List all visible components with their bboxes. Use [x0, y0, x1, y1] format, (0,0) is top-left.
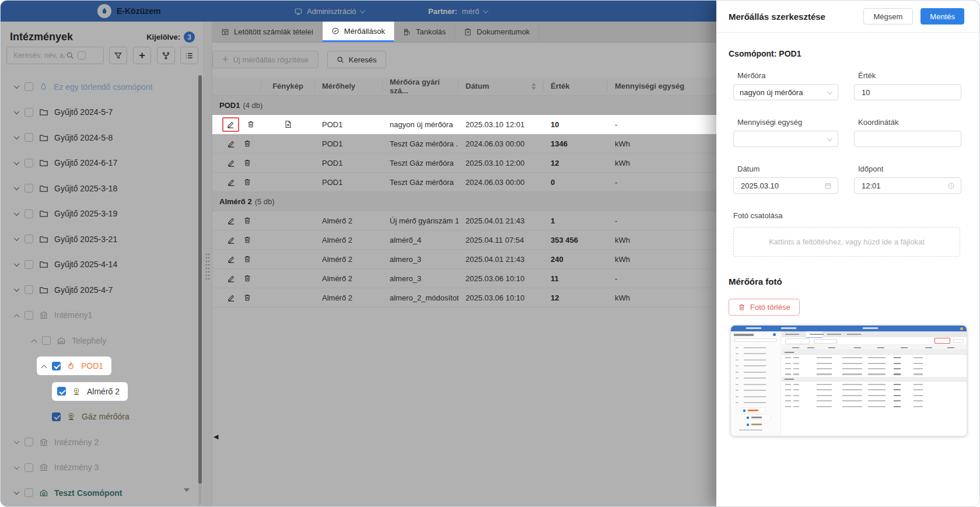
save-button[interactable]: Mentés: [921, 8, 964, 25]
nav-adminisztracio[interactable]: Adminisztráció: [294, 1, 365, 22]
tab-letoltott-szamlak[interactable]: Letöltött számlák tételei: [212, 22, 323, 42]
tree-item-gyujto-2024-5-7[interactable]: Gyűjtő 2024-5-7: [1, 100, 198, 125]
date-picker[interactable]: [733, 177, 838, 194]
folder-icon: [39, 133, 48, 142]
panel-resize-gutter[interactable]: [203, 22, 212, 507]
edit-pencil-icon[interactable]: [227, 139, 236, 148]
edit-pencil-icon[interactable]: [227, 255, 236, 264]
tree-item-gyujto-2024-5-8[interactable]: Gyűjtő 2024-5-8: [1, 125, 198, 151]
table-row[interactable]: POD1 Teszt Gáz mérőóra ... 2024.06.03 00…: [212, 134, 716, 153]
tree-checkbox[interactable]: [24, 235, 33, 243]
trash-icon[interactable]: [243, 255, 251, 263]
trash-icon[interactable]: [243, 274, 251, 282]
tree-item-gyujto-2025-4-14[interactable]: Gyűjtő 2025-4-14: [1, 252, 198, 278]
edit-pencil-icon[interactable]: [227, 178, 236, 187]
partner-selector[interactable]: Partner: mérő: [428, 1, 488, 22]
tree-checkbox[interactable]: [24, 82, 33, 91]
cell-value: 1: [544, 216, 608, 225]
meter-photo-thumbnail[interactable]: [730, 325, 967, 436]
add-node-button[interactable]: +: [133, 47, 151, 64]
trash-icon[interactable]: [243, 236, 251, 244]
table-row[interactable]: Almérő 2 almero_2_módosított 2025.03.06 …: [212, 288, 716, 307]
unit-select[interactable]: [733, 131, 838, 147]
search-input[interactable]: [12, 51, 66, 60]
trash-icon[interactable]: [243, 178, 251, 186]
tree-item-intemeny1[interactable]: Intémény1: [1, 303, 198, 328]
tree-item-gaz-merora[interactable]: Gáz mérőóra: [1, 404, 198, 430]
list-view-button[interactable]: [180, 47, 198, 64]
edit-pencil-icon[interactable]: [226, 120, 235, 129]
time-picker[interactable]: [854, 177, 961, 194]
photo-upload-dropzone[interactable]: Kattints a feltöltéshez, vagy húzd ide a…: [733, 227, 960, 257]
tree-checkbox[interactable]: [24, 108, 33, 117]
tree-scroll-caret[interactable]: [184, 488, 190, 492]
edit-pencil-icon[interactable]: [227, 293, 236, 302]
tree-item-gyujto-2025-3-21[interactable]: Gyűjtő 2025-3-21: [1, 226, 198, 252]
tree-checkbox[interactable]: [57, 387, 66, 396]
tree-checkbox[interactable]: [24, 311, 33, 320]
tree-checkbox[interactable]: [24, 488, 33, 497]
table-row[interactable]: Almérő 2 almero_3 2025.03.06 10:10 11 -: [212, 269, 716, 288]
edit-pencil-icon[interactable]: [227, 159, 236, 167]
trash-icon[interactable]: [243, 293, 251, 302]
tree-item-gyujto-2025-3-18[interactable]: Gyűjtő 2025-3-18: [1, 176, 198, 201]
tree-item-telephely[interactable]: Telephely: [1, 328, 198, 354]
date-input[interactable]: [740, 181, 824, 191]
table-row[interactable]: Almérő 2 Új mérő gyáriszám 1 2025.04.01 …: [212, 211, 716, 230]
coordinates-input[interactable]: [860, 134, 955, 144]
tree-item-torlendo-csomopont[interactable]: Ez egy törlendő csomópont: [1, 74, 198, 100]
tree-checkbox[interactable]: [24, 285, 33, 294]
filter-button[interactable]: [109, 47, 127, 64]
sort-icon[interactable]: [531, 83, 536, 90]
tree-item-teszt-csomopont[interactable]: Teszt Csomópont: [1, 480, 198, 506]
col-date[interactable]: Dátum: [459, 82, 544, 91]
trash-icon[interactable]: [243, 139, 251, 148]
tree-item-gyujto-2024-6-17[interactable]: Gyűjtő 2024-6-17: [1, 151, 198, 176]
tree-checkbox[interactable]: [24, 133, 33, 142]
table-row[interactable]: Almérő 2 almero_3 2025.04.01 21:43 240 k…: [212, 250, 716, 269]
value-input[interactable]: [860, 88, 955, 97]
node-icon: [39, 488, 48, 498]
new-reading-button[interactable]: + Új mérőállás rögzítése: [212, 51, 318, 68]
tab-tankolas[interactable]: Tankolás: [394, 22, 455, 42]
resize-handle-icon[interactable]: [205, 253, 210, 279]
trash-icon[interactable]: [243, 216, 251, 225]
hscroll-left-arrow[interactable]: ◀: [214, 433, 218, 440]
tree-item-intezmeny-3[interactable]: Intézmény 3: [1, 455, 198, 481]
sidebar-scrollbar[interactable]: [198, 75, 202, 505]
tree-checkbox[interactable]: [24, 260, 33, 269]
table-row[interactable]: Almérő 2 almérő_4 2025.04.11 07:54 353 4…: [212, 230, 716, 250]
tab-meroallasok[interactable]: Mérőállások: [323, 22, 394, 42]
table-row[interactable]: POD1 Teszt Gáz mérőóra 2025.03.10 12:00 …: [212, 153, 716, 173]
trash-icon[interactable]: [247, 120, 255, 128]
branch-button[interactable]: [157, 47, 175, 64]
search-button[interactable]: Keresés: [327, 51, 386, 68]
tree-checkbox[interactable]: [52, 362, 61, 370]
search-option-checkbox[interactable]: [78, 51, 86, 60]
table-row[interactable]: POD1 nagyon új mérőóra 2025.03.10 12:01 …: [212, 115, 716, 134]
delete-photo-button[interactable]: Fotó törlése: [729, 299, 800, 316]
edit-pencil-icon[interactable]: [227, 274, 236, 283]
cancel-button[interactable]: Mégsem: [863, 8, 914, 25]
edit-pencil-icon[interactable]: [227, 216, 236, 225]
tree-checkbox[interactable]: [24, 463, 33, 472]
tree-item-almero-2[interactable]: Almérő 2: [1, 379, 198, 404]
tree-checkbox[interactable]: [24, 209, 33, 218]
tree-checkbox[interactable]: [24, 438, 33, 446]
meter-select[interactable]: nagyon új mérőóra: [733, 84, 838, 100]
photo-file-icon[interactable]: [284, 120, 292, 128]
tree-checkbox[interactable]: [24, 159, 33, 167]
edit-pencil-icon[interactable]: [227, 236, 236, 244]
tree-checkbox[interactable]: [52, 412, 61, 421]
tree-checkbox[interactable]: [42, 336, 51, 345]
trash-icon[interactable]: [243, 159, 251, 167]
tree-item-pod1[interactable]: POD1: [1, 354, 198, 379]
table-row[interactable]: POD1 Teszt Gáz mérőóra 2024.06.03 00:00 …: [212, 173, 716, 192]
time-input[interactable]: [860, 181, 947, 191]
tree-item-gyujto-2025-4-7[interactable]: Gyűjtő 2025-4-7: [1, 277, 198, 303]
tree-search[interactable]: [6, 47, 104, 64]
tree-item-gyujto-2025-3-19[interactable]: Gyűjtő 2025-3-19: [1, 201, 198, 227]
tree-checkbox[interactable]: [24, 184, 33, 193]
tab-dokumentumok[interactable]: Dokumentumok: [455, 22, 539, 42]
tree-item-intezmeny-2[interactable]: Intézmény 2: [1, 429, 198, 455]
